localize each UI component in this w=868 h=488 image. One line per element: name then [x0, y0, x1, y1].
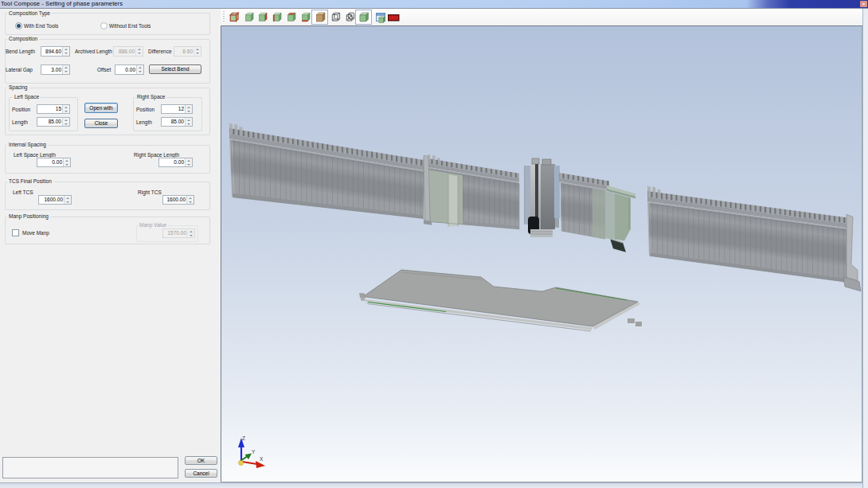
- svg-text:Y: Y: [252, 449, 256, 455]
- svg-text:X: X: [260, 456, 264, 462]
- svg-text:Z: Z: [242, 435, 245, 441]
